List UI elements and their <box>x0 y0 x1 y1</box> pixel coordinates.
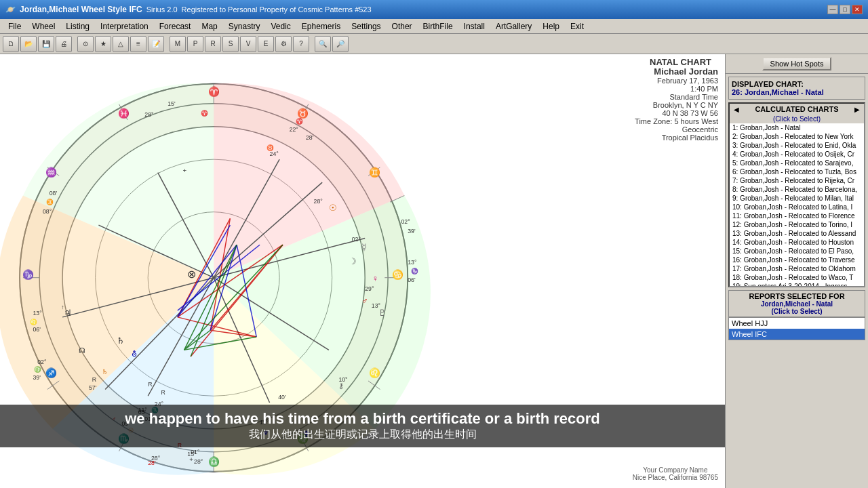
menu-item-exit[interactable]: Exit <box>565 20 589 33</box>
company-name: Your Company Name <box>633 466 718 474</box>
svg-text:01°: 01° <box>191 449 199 455</box>
subtitle-bar: we happen to have his time from a birth … <box>0 405 725 447</box>
chart-list-item[interactable]: 2: Groban,Josh - Relocated to New York <box>730 132 864 141</box>
svg-text:♀: ♀ <box>372 274 378 283</box>
reports-header-text: REPORTS SELECTED FOR <box>730 292 863 300</box>
hot-spots-bar: Show Hot Spots <box>726 54 868 74</box>
menu-item-install[interactable]: Install <box>458 20 490 33</box>
chart-list[interactable]: 1: Groban,Josh - Natal2: Groban,Josh - R… <box>730 123 864 286</box>
chart-list-item[interactable]: 1: Groban,Josh - Natal <box>730 123 864 132</box>
menu-item-other[interactable]: Other <box>387 20 418 33</box>
svg-text:♉: ♉ <box>267 144 274 152</box>
right-panel: Show Hot Spots DISPLAYED CHART: 26: Jord… <box>726 54 868 488</box>
svg-text:28°: 28° <box>194 458 203 465</box>
menu-item-map[interactable]: Map <box>196 20 222 33</box>
coords: 40 N 38 73 W 56 <box>635 109 718 117</box>
svg-text:28°: 28° <box>314 198 323 205</box>
svg-text:♃: ♃ <box>64 308 72 318</box>
chart-list-item[interactable]: 7: Groban,Josh - Relocated to Rijeka, Cr <box>730 176 864 185</box>
house-system: Tropical Placidus <box>635 134 718 142</box>
titlebar: 🪐 Jordan,Michael Wheel Style IFC Sirius … <box>0 0 868 19</box>
tb7[interactable]: ⚙ <box>275 36 292 52</box>
chart-list-item[interactable]: 13: Groban,Josh - Relocated to Alessand <box>730 229 864 238</box>
displayed-chart-section: DISPLAYED CHART: 26: Jordan,Michael - Na… <box>726 74 868 343</box>
chart-list-item[interactable]: 10: Groban,Josh - Relocated to Latina, I <box>730 203 864 211</box>
menu-item-file[interactable]: File <box>3 20 26 33</box>
chart-list-item[interactable]: 19: Sun enters Ari 3-20-2014 - Ingress <box>730 282 864 286</box>
save-button[interactable]: 💾 <box>38 36 54 52</box>
svg-text:22°: 22° <box>290 126 298 133</box>
svg-text:06': 06' <box>33 326 41 333</box>
svg-text:⊗: ⊗ <box>187 268 196 280</box>
chart-list-item[interactable]: 18: Groban,Josh - Relocated to Waco, T <box>730 273 864 282</box>
tb4[interactable]: S <box>222 36 239 52</box>
calc-charts-subtitle[interactable]: (Click to Select) <box>730 115 864 123</box>
birth-time: 1:40 PM <box>635 85 718 93</box>
svg-text:10°: 10° <box>338 376 347 383</box>
chart-list-item[interactable]: 11: Groban,Josh - Relocated to Florence <box>730 211 864 220</box>
menu-item-listing[interactable]: Listing <box>60 20 95 33</box>
calc-charts-next-button[interactable]: ▶ <box>853 106 861 113</box>
menu-item-ephemeris[interactable]: Ephemeris <box>296 20 346 33</box>
menu-item-help[interactable]: Help <box>537 20 565 33</box>
svg-text:☽: ☽ <box>349 257 357 266</box>
open-button[interactable]: 📂 <box>20 36 37 52</box>
minimize-button[interactable]: — <box>827 5 838 14</box>
chart-list-item[interactable]: 9: Groban,Josh - Relocated to Milan, Ita… <box>730 194 864 203</box>
calc-charts-prev-button[interactable]: ◀ <box>732 106 741 113</box>
window-controls[interactable]: — □ ✕ <box>827 5 863 14</box>
wheel-button[interactable]: ⊙ <box>77 36 94 52</box>
svg-text:28': 28' <box>306 134 314 141</box>
new-button[interactable]: 🗋 <box>3 36 19 52</box>
chart-list-item[interactable]: 6: Groban,Josh - Relocated to Tuzla, Bos <box>730 167 864 176</box>
chart-list-item[interactable]: 14: Groban,Josh - Relocated to Houston <box>730 238 864 247</box>
tb1[interactable]: M <box>170 36 186 52</box>
report-item[interactable]: Wheel HJJ <box>729 318 865 329</box>
time-type: Standard Time <box>635 93 718 101</box>
menu-item-artgallery[interactable]: ArtGallery <box>490 20 537 33</box>
tb3[interactable]: R <box>205 36 221 52</box>
maximize-button[interactable]: □ <box>840 5 850 14</box>
menu-item-wheel[interactable]: Wheel <box>26 20 60 33</box>
sirius-version: Sirius 2.0 <box>146 5 178 14</box>
menu-item-forecast[interactable]: Forecast <box>154 20 197 33</box>
chart-list-item[interactable]: 17: Groban,Josh - Relocated to Oklahom <box>730 264 864 273</box>
menu-item-settings[interactable]: Settings <box>346 20 386 33</box>
reports-subheader[interactable]: (Click to Select) <box>730 308 863 315</box>
chart-list-item[interactable]: 15: Groban,Josh - Relocated to El Paso, <box>730 247 864 256</box>
tb6[interactable]: E <box>258 36 274 52</box>
svg-text:02°: 02° <box>352 236 361 243</box>
chart-list-item[interactable]: 5: Groban,Josh - Relocated to Sarajevo, <box>730 159 864 167</box>
tb2[interactable]: P <box>187 36 203 52</box>
chart-list-item[interactable]: 3: Groban,Josh - Relocated to Enid, Okla <box>730 141 864 150</box>
svg-text:13°: 13° <box>33 310 41 317</box>
tb8[interactable]: ? <box>293 36 309 52</box>
show-hot-spots-button[interactable]: Show Hot Spots <box>762 57 832 70</box>
svg-text:R: R <box>161 389 165 396</box>
svg-text:☊: ☊ <box>79 346 85 354</box>
chart-list-item[interactable]: 8: Groban,Josh - Relocated to Barcelona, <box>730 185 864 194</box>
chart-list-item[interactable]: 16: Groban,Josh - Relocated to Traverse <box>730 256 864 264</box>
subtitle-line1: we happen to have his time from a birth … <box>7 410 718 428</box>
print-button[interactable]: 🖨 <box>56 36 72 52</box>
tb10[interactable]: 🔎 <box>332 36 349 52</box>
svg-text:02°: 02° <box>37 359 46 365</box>
menu-item-vedic[interactable]: Vedic <box>265 20 296 33</box>
menu-item-synastry[interactable]: Synastry <box>223 20 266 33</box>
close-button[interactable]: ✕ <box>852 5 863 14</box>
chart-button[interactable]: ★ <box>95 36 111 52</box>
svg-text:+: + <box>183 167 187 174</box>
displayed-chart-box: DISPLAYED CHART: 26: Jordan,Michael - Na… <box>728 77 865 100</box>
interp-button[interactable]: 📝 <box>148 36 164 52</box>
chart-list-item[interactable]: 12: Groban,Josh - Relocated to Torino, I <box>730 220 864 229</box>
tb9[interactable]: 🔍 <box>315 36 331 52</box>
list-button[interactable]: ≡ <box>130 36 146 52</box>
aspect-button[interactable]: △ <box>113 36 129 52</box>
menu-item-birthfile[interactable]: BirthFile <box>418 20 458 33</box>
tb5[interactable]: V <box>240 36 256 52</box>
menu-item-interpretation[interactable]: Interpretation <box>95 20 154 33</box>
svg-text:♌: ♌ <box>369 367 380 379</box>
chart-list-item[interactable]: 4: Groban,Josh - Relocated to Osijek, Cr <box>730 150 864 159</box>
svg-text:24°: 24° <box>270 150 279 157</box>
report-item[interactable]: Wheel IFC <box>729 329 865 340</box>
